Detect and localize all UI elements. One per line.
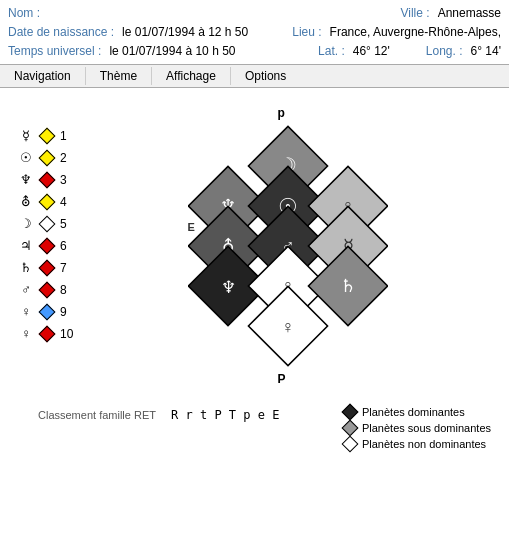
main-content: ☿ 1 ☉ 2 ♆ 3 ⛢ 4 [0, 88, 509, 400]
legend-diamond-sub [341, 419, 358, 436]
planet-num-5: 5 [60, 217, 74, 231]
legend-item-1: Planètes dominantes [344, 406, 491, 418]
planet-symbol-1: ☿ [18, 128, 34, 143]
diamond-8 [37, 280, 57, 300]
planet-num-10: 10 [60, 327, 74, 341]
planet-symbol-2: ☉ [18, 150, 34, 165]
planet-symbol-6: ♃ [18, 238, 34, 253]
classement-label: Classement famille RET [38, 409, 156, 421]
legend-diamond-dominant [341, 403, 358, 420]
menu-affichage[interactable]: Affichage [152, 67, 231, 85]
planet-num-1: 1 [60, 129, 74, 143]
planet-list: ☿ 1 ☉ 2 ♆ 3 ⛢ 4 [18, 126, 74, 396]
info-row-1: Nom : Ville : Annemasse [8, 4, 501, 23]
ville-label: Ville : [400, 4, 429, 23]
legend-item-3: Planètes non dominantes [344, 438, 491, 450]
legend-label-2: Planètes sous dominantes [362, 422, 491, 434]
long-label: Long. : [426, 42, 463, 61]
info-row-2: Date de naissance : le 01/07/1994 à 12 h… [8, 23, 501, 42]
diamond-10 [37, 324, 57, 344]
planet-symbol-10: ♀ [18, 326, 34, 341]
svg-text:♄: ♄ [340, 276, 356, 296]
bottom-section: Classement famille RET R r t P T p e E P… [0, 400, 509, 456]
diamond-6 [37, 236, 57, 256]
diamond-7 [37, 258, 57, 278]
planet-row-4: ⛢ 4 [18, 192, 74, 212]
planet-symbol-3: ♆ [18, 172, 34, 187]
lieu-value: France, Auvergne-Rhône-Alpes, [330, 23, 501, 42]
planet-row-2: ☉ 2 [18, 148, 74, 168]
legend-label-3: Planètes non dominantes [362, 438, 486, 450]
svg-text:♀: ♀ [281, 317, 295, 337]
planet-row-5: ☽ 5 [18, 214, 74, 234]
menu-options[interactable]: Options [231, 67, 300, 85]
planet-symbol-8: ♂ [18, 282, 34, 297]
planet-row-7: ♄ 7 [18, 258, 74, 278]
dob-label: Date de naissance : [8, 23, 114, 42]
planet-row-1: ☿ 1 [18, 126, 74, 146]
diamond-2 [37, 148, 57, 168]
dob-value: le 01/07/1994 à 12 h 50 [122, 23, 248, 42]
lat-label: Lat. : [318, 42, 345, 61]
planet-num-7: 7 [60, 261, 74, 275]
diamond-5 [37, 214, 57, 234]
planet-num-2: 2 [60, 151, 74, 165]
planet-num-3: 3 [60, 173, 74, 187]
planet-symbol-9: ♀ [18, 304, 34, 319]
lat-value: 46° 12' [353, 42, 390, 61]
planet-symbol-7: ♄ [18, 260, 34, 275]
menu-bar: Navigation Thème Affichage Options [0, 64, 509, 88]
legend-diamond-non [341, 435, 358, 452]
planet-row-10: ♀ 10 [18, 324, 74, 344]
nom-label: Nom : [8, 4, 40, 23]
menu-theme[interactable]: Thème [86, 67, 152, 85]
diamond-1 [37, 126, 57, 146]
long-value: 6° 14' [471, 42, 501, 61]
planet-row-3: ♆ 3 [18, 170, 74, 190]
planet-symbol-4: ⛢ [18, 194, 34, 209]
planet-row-9: ♀ 9 [18, 302, 74, 322]
legend-label-1: Planètes dominantes [362, 406, 465, 418]
tu-label: Temps universel : [8, 42, 101, 61]
chart-wrapper: p P T E R e r f [178, 106, 398, 396]
planet-num-4: 4 [60, 195, 74, 209]
planet-row-8: ♂ 8 [18, 280, 74, 300]
info-section: Nom : Ville : Annemasse Date de naissanc… [0, 0, 509, 64]
diamond-svg: ☽ ♆ ☉ ♀ [188, 116, 388, 386]
planet-num-6: 6 [60, 239, 74, 253]
ville-value: Annemasse [438, 4, 501, 23]
diamond-4 [37, 192, 57, 212]
diamond-9 [37, 302, 57, 322]
menu-navigation[interactable]: Navigation [0, 67, 86, 85]
classement: Classement famille RET R r t P T p e E [38, 408, 279, 422]
planet-symbol-5: ☽ [18, 216, 34, 231]
tu-value: le 01/07/1994 à 10 h 50 [109, 42, 235, 61]
legend-item-2: Planètes sous dominantes [344, 422, 491, 434]
chart-area: p P T E R e r f [74, 106, 501, 396]
legend: Planètes dominantes Planètes sous domina… [344, 406, 491, 450]
planet-row-6: ♃ 6 [18, 236, 74, 256]
classement-value: R r t P T p e E [171, 408, 279, 422]
svg-text:♆: ♆ [220, 278, 235, 297]
diamond-3 [37, 170, 57, 190]
lieu-label: Lieu : [292, 23, 321, 42]
planet-num-8: 8 [60, 283, 74, 297]
info-row-3: Temps universel : le 01/07/1994 à 10 h 5… [8, 42, 501, 61]
planet-num-9: 9 [60, 305, 74, 319]
